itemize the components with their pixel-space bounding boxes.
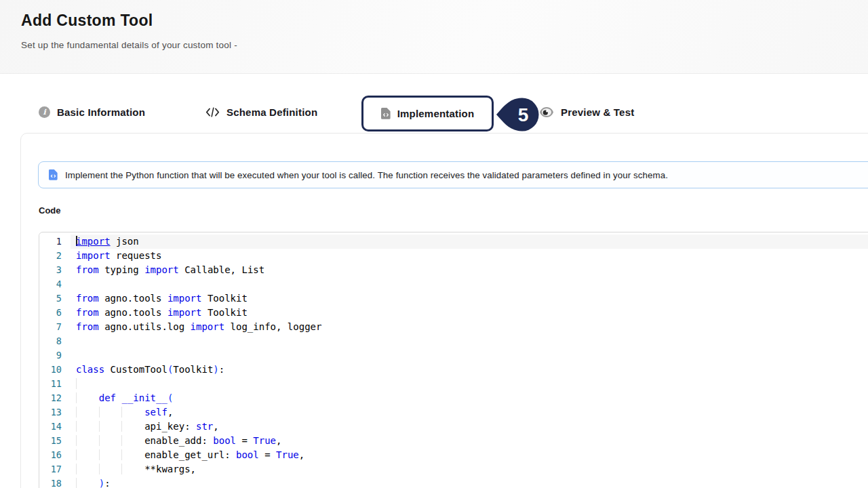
code-token: str	[196, 421, 213, 432]
code-line-15[interactable]: 15 enable_add: bool = True,	[39, 434, 868, 448]
code-token: ,	[276, 435, 281, 446]
code-token: Callable, List	[179, 264, 264, 275]
code-token	[121, 407, 144, 418]
line-number: 3	[39, 263, 71, 277]
code-line-text	[71, 377, 868, 391]
code-token: ,	[167, 407, 173, 418]
code-token: class	[76, 364, 104, 375]
code-editor-rows: 1import json2import requests3from typing…	[39, 235, 868, 488]
line-number: 17	[39, 462, 71, 476]
line-number: 16	[39, 448, 71, 462]
code-token: import	[76, 236, 111, 247]
code-line-12[interactable]: 12 def __init__(	[39, 391, 868, 405]
code-line-17[interactable]: 17 **kwargs,	[39, 462, 868, 476]
code-token: import	[167, 293, 202, 304]
code-token: from	[76, 264, 99, 275]
info-icon: i	[39, 106, 50, 118]
code-token	[76, 449, 99, 460]
tab-label: Schema Definition	[226, 106, 317, 118]
code-token: import	[167, 307, 202, 318]
code-token: :	[219, 364, 224, 375]
code-token: bool	[236, 449, 259, 460]
line-number: 10	[39, 363, 71, 377]
line-number: 15	[39, 434, 71, 448]
code-token: json	[111, 236, 139, 247]
code-line-10[interactable]: 10class CustomTool(Toolkit):	[39, 363, 868, 377]
code-token: from	[76, 321, 99, 332]
code-token	[99, 464, 122, 474]
line-number: 6	[39, 306, 71, 320]
code-line-text: self,	[71, 405, 868, 420]
code-token	[76, 378, 99, 389]
code-token: CustomTool	[104, 364, 167, 375]
code-token: self	[144, 407, 167, 418]
code-line-8[interactable]: 8	[39, 334, 868, 348]
tab-label: Implementation	[397, 108, 475, 119]
code-token	[76, 407, 99, 418]
code-line-text: from agno.tools import Toolkit	[71, 306, 868, 320]
code-line-2[interactable]: 2import requests	[39, 249, 868, 263]
code-line-9[interactable]: 9	[39, 348, 868, 363]
code-line-3[interactable]: 3from typing import Callable, List	[39, 263, 868, 277]
tab-label: Preview & Test	[561, 106, 634, 118]
code-brackets-icon	[205, 107, 220, 117]
code-line-6[interactable]: 6from agno.tools import Toolkit	[39, 306, 868, 320]
code-editor[interactable]: 1import json2import requests3from typing…	[39, 232, 868, 488]
code-line-text: enable_get_url: bool = True,	[71, 448, 868, 462]
code-token: import	[76, 250, 111, 261]
code-token: =	[259, 449, 276, 460]
line-number: 9	[39, 348, 71, 363]
code-token: log_info, logger	[224, 321, 321, 332]
tab-schema-definition[interactable]: Schema Definition	[205, 103, 317, 121]
code-line-text: import requests	[71, 249, 868, 263]
line-number: 13	[39, 405, 71, 420]
code-line-7[interactable]: 7from agno.utils.log import log_info, lo…	[39, 320, 868, 334]
code-token: Toolkit	[201, 293, 247, 304]
code-token	[76, 435, 99, 446]
code-token: requests	[111, 250, 162, 261]
annotation-marker-5: 5	[495, 97, 540, 132]
code-token	[121, 421, 144, 432]
page-title: Add Custom Tool	[21, 12, 153, 30]
code-token	[76, 464, 99, 474]
line-number: 12	[39, 391, 71, 405]
code-line-4[interactable]: 4	[39, 277, 868, 291]
code-line-13[interactable]: 13 self,	[39, 405, 868, 420]
code-token: True	[276, 449, 299, 460]
code-line-5[interactable]: 5from agno.tools import Toolkit	[39, 291, 868, 306]
code-line-text: from agno.utils.log import log_info, log…	[71, 320, 868, 334]
tab-preview-test[interactable]: Preview & Test	[539, 103, 634, 121]
tab-label: Basic Information	[57, 106, 145, 118]
code-token: :	[104, 478, 110, 488]
code-line-14[interactable]: 14 api_key: str,	[39, 420, 868, 434]
code-token: (	[167, 392, 173, 403]
code-token	[121, 435, 144, 446]
code-line-11[interactable]: 11	[39, 377, 868, 391]
code-token: True	[253, 435, 276, 446]
code-line-16[interactable]: 16 enable_get_url: bool = True,	[39, 448, 868, 462]
line-number: 8	[39, 334, 71, 348]
code-token	[76, 478, 99, 488]
code-line-text: enable_add: bool = True,	[71, 434, 868, 448]
code-token: __init__	[121, 392, 167, 403]
code-token: )	[99, 478, 104, 488]
tab-basic-information[interactable]: i Basic Information	[39, 103, 145, 121]
code-line-text: import json	[71, 235, 868, 249]
code-token: =	[236, 435, 253, 446]
code-token: api_key:	[144, 421, 196, 432]
code-token: Toolkit	[201, 307, 247, 318]
line-number: 18	[39, 476, 71, 488]
file-code-icon	[381, 108, 391, 119]
code-line-18[interactable]: 18 ):	[39, 476, 868, 488]
code-token	[121, 449, 144, 460]
tab-implementation[interactable]: Implementation	[361, 96, 494, 131]
line-number: 5	[39, 291, 71, 306]
file-code-icon	[49, 169, 58, 180]
line-number: 11	[39, 377, 71, 391]
code-token: from	[76, 293, 99, 304]
code-token: )	[213, 364, 218, 375]
code-token: def	[99, 392, 116, 403]
code-line-1[interactable]: 1import json	[39, 235, 868, 249]
code-token: agno.utils.log	[99, 321, 191, 332]
eye-icon	[539, 106, 554, 118]
